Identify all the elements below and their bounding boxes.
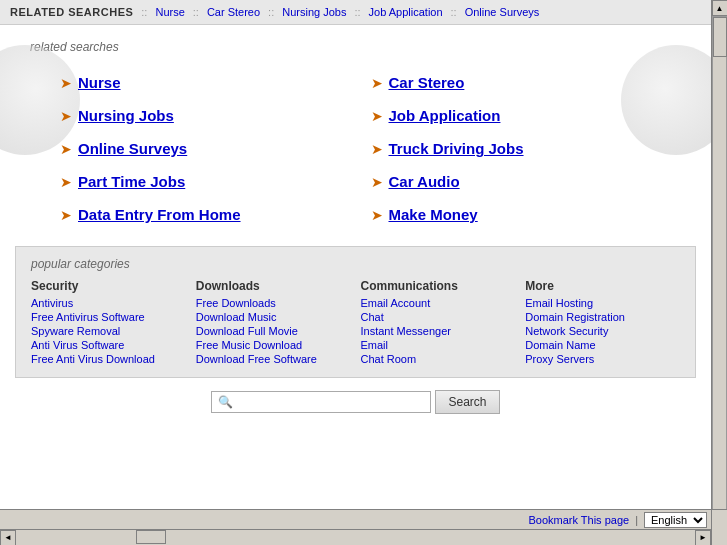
cat-link-email-hosting[interactable]: Email Hosting [525,297,680,309]
list-item: ➤ Truck Driving Jobs [371,132,682,165]
arrow-icon-r3: ➤ [371,141,383,157]
list-item: ➤ Nurse [60,66,371,99]
list-item: ➤ Car Stereo [371,66,682,99]
arrow-icon-4: ➤ [60,174,72,190]
topbar-link-online-surveys[interactable]: Online Surveys [465,6,540,18]
category-col-security: Security Antivirus Free Antivirus Softwa… [31,279,186,367]
category-col-downloads: Downloads Free Downloads Download Music … [196,279,351,367]
category-header-more: More [525,279,680,293]
related-searches-section: related searches ➤ Nurse ➤ Car Stereo ➤ … [0,25,711,246]
arrow-icon-5: ➤ [60,207,72,223]
sep-4: :: [354,6,360,18]
cat-link-domain-reg[interactable]: Domain Registration [525,311,680,323]
sep-2: :: [193,6,199,18]
arrow-icon-1: ➤ [60,75,72,91]
search-icon: 🔍 [218,395,233,409]
search-button[interactable]: Search [435,390,499,414]
link-car-stereo[interactable]: Car Stereo [389,74,465,91]
arrow-icon-r2: ➤ [371,108,383,124]
horizontal-scrollbar[interactable]: ◄ ► [0,529,711,545]
arrow-icon-3: ➤ [60,141,72,157]
links-grid: ➤ Nurse ➤ Car Stereo ➤ Nursing Jobs ➤ Jo… [60,66,681,231]
search-bar-section: 🔍 Search [0,378,711,422]
cat-link-spyware[interactable]: Spyware Removal [31,325,186,337]
sep-5: :: [451,6,457,18]
arrow-icon-r4: ➤ [371,174,383,190]
arrow-icon-r1: ➤ [371,75,383,91]
category-header-comms: Communications [361,279,516,293]
corner-box [711,509,727,545]
list-item: ➤ Online Surveys [60,132,371,165]
cat-link-download-movie[interactable]: Download Full Movie [196,325,351,337]
search-input-wrap: 🔍 [211,391,431,413]
main-content: RELATED SEARCHES :: Nurse :: Car Stereo … [0,0,711,529]
search-input[interactable] [237,395,417,409]
related-searches-label: RELATED SEARCHES [10,6,133,18]
category-col-more: More Email Hosting Domain Registration N… [525,279,680,367]
cat-link-free-downloads[interactable]: Free Downloads [196,297,351,309]
list-item: ➤ Part Time Jobs [60,165,371,198]
link-online-surveys[interactable]: Online Surveys [78,140,187,157]
top-bar: RELATED SEARCHES :: Nurse :: Car Stereo … [0,0,711,25]
link-car-audio[interactable]: Car Audio [389,173,460,190]
popular-categories-section: popular categories Security Antivirus Fr… [15,246,696,378]
cat-link-domain-name[interactable]: Domain Name [525,339,680,351]
cat-link-chat-room[interactable]: Chat Room [361,353,516,365]
topbar-link-nursing-jobs[interactable]: Nursing Jobs [282,6,346,18]
sep-3: :: [268,6,274,18]
cat-link-chat[interactable]: Chat [361,311,516,323]
topbar-link-nurse[interactable]: Nurse [155,6,184,18]
link-nursing-jobs[interactable]: Nursing Jobs [78,107,174,124]
cat-link-instant-messenger[interactable]: Instant Messenger [361,325,516,337]
scroll-thumb[interactable] [713,17,727,57]
status-bar: Bookmark This page | English [0,509,711,529]
categories-grid: Security Antivirus Free Antivirus Softwa… [31,279,680,367]
link-nurse[interactable]: Nurse [78,74,121,91]
scroll-bottom-track[interactable] [16,530,695,545]
list-item: ➤ Nursing Jobs [60,99,371,132]
link-truck-driving-jobs[interactable]: Truck Driving Jobs [389,140,524,157]
category-col-communications: Communications Email Account Chat Instan… [361,279,516,367]
bookmark-link[interactable]: Bookmark This page [528,514,629,526]
topbar-link-car-stereo[interactable]: Car Stereo [207,6,260,18]
categories-title: popular categories [31,257,680,271]
link-make-money[interactable]: Make Money [389,206,478,223]
scroll-up-button[interactable]: ▲ [712,0,728,16]
link-part-time-jobs[interactable]: Part Time Jobs [78,173,185,190]
cat-link-free-anti-virus-dl[interactable]: Free Anti Virus Download [31,353,186,365]
related-searches-title: related searches [30,40,681,54]
arrow-icon-r5: ➤ [371,207,383,223]
list-item: ➤ Make Money [371,198,682,231]
language-select[interactable]: English [644,512,707,528]
category-header-downloads: Downloads [196,279,351,293]
list-item: ➤ Job Application [371,99,682,132]
cat-link-free-music-dl[interactable]: Free Music Download [196,339,351,351]
link-data-entry-from-home[interactable]: Data Entry From Home [78,206,241,223]
scroll-bottom-thumb[interactable] [136,530,166,544]
scroll-left-button[interactable]: ◄ [0,530,16,546]
cat-link-download-free-sw[interactable]: Download Free Software [196,353,351,365]
cat-link-email-account[interactable]: Email Account [361,297,516,309]
status-sep: | [635,514,638,526]
cat-link-antivirus[interactable]: Antivirus [31,297,186,309]
scroll-track[interactable] [712,16,727,529]
cat-link-network-security[interactable]: Network Security [525,325,680,337]
cat-link-proxy-servers[interactable]: Proxy Servers [525,353,680,365]
vertical-scrollbar[interactable]: ▲ ▼ [711,0,727,545]
sep-1: :: [141,6,147,18]
list-item: ➤ Data Entry From Home [60,198,371,231]
topbar-link-job-application[interactable]: Job Application [369,6,443,18]
link-job-application[interactable]: Job Application [389,107,501,124]
category-header-security: Security [31,279,186,293]
scroll-right-button[interactable]: ► [695,530,711,546]
list-item: ➤ Car Audio [371,165,682,198]
cat-link-download-music[interactable]: Download Music [196,311,351,323]
cat-link-free-antivirus[interactable]: Free Antivirus Software [31,311,186,323]
arrow-icon-2: ➤ [60,108,72,124]
cat-link-anti-virus[interactable]: Anti Virus Software [31,339,186,351]
cat-link-email[interactable]: Email [361,339,516,351]
